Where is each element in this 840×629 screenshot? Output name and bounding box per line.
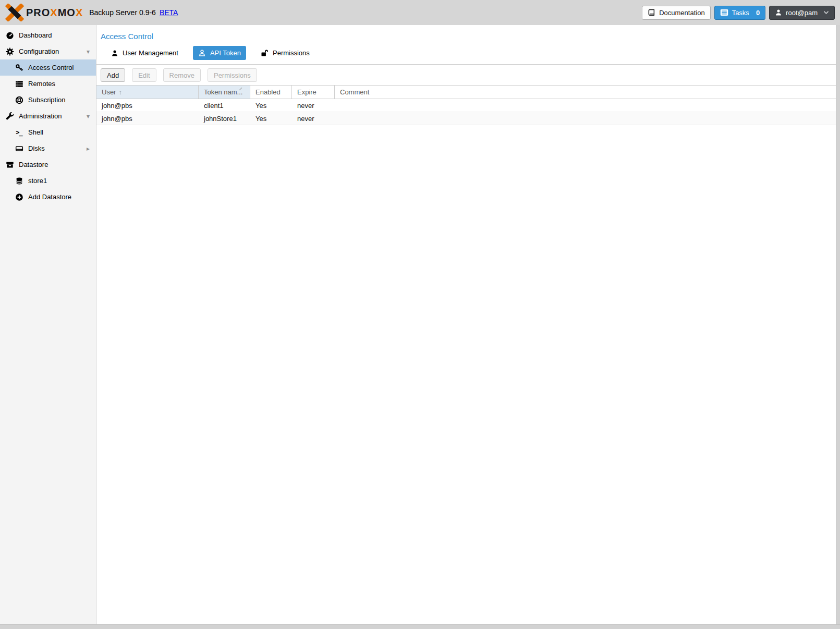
toolbar: Add Edit Remove Permissions [96,65,840,85]
tasks-count-badge: 0 [756,9,760,17]
sidebar-item-label: Configuration [19,47,59,55]
gears-icon [5,47,14,56]
chevron-down-icon: ▾ [87,113,90,120]
logo-segment: PRO [26,7,50,19]
subscription-icon [15,95,23,104]
task-list-icon [720,9,728,16]
logo-segment: X [76,7,83,19]
column-header-expire[interactable]: Expire [292,86,335,99]
chevron-right-icon: ▸ [87,145,90,152]
sidebar-item-access-control[interactable]: Access Control [0,59,96,76]
tab-permissions[interactable]: Permissions [255,46,315,60]
column-label: Token nam... [204,88,242,96]
cell-token-name: johnStore1 [199,115,250,123]
sidebar-item-label: Datastore [19,161,48,168]
sort-asc-icon: ↑ [118,88,122,96]
key-icon [15,63,23,72]
database-icon [15,176,23,185]
dashboard-icon [5,31,14,40]
column-label: User [102,88,116,96]
cell-enabled: Yes [250,102,292,110]
wrench-icon [5,112,14,120]
cell-user: john@pbs [96,102,199,110]
book-icon [648,9,655,17]
remove-button[interactable]: Remove [163,68,201,82]
sidebar-item-administration[interactable]: Administration ▾ [0,108,96,124]
sidebar-item-remotes[interactable]: Remotes [0,76,96,92]
tab-user-management[interactable]: User Management [106,46,184,60]
sidebar-item-configuration[interactable]: Configuration ▾ [0,43,96,59]
sidebar-item-dashboard[interactable]: Dashboard [0,27,96,43]
tab-api-token[interactable]: API Token [193,46,246,60]
sidebar: Dashboard Configuration ▾ [0,25,96,629]
chevron-down-icon [823,10,829,15]
terminal-icon: >_ [15,128,23,137]
column-header-enabled[interactable]: Enabled [250,86,292,99]
tab-label: API Token [210,49,241,57]
remotes-icon [15,79,23,88]
proxmox-logo[interactable]: PROXMOX [5,4,83,21]
cell-enabled: Yes [250,115,292,123]
cell-user: john@pbs [96,115,199,123]
cell-expire: never [292,115,335,123]
app-title: Backup Server 0.9-6 [89,8,156,17]
tab-label: Permissions [273,49,310,57]
table-row[interactable]: john@pbs johnStore1 Yes never [96,112,840,125]
permissions-button[interactable]: Permissions [208,68,257,82]
api-token-table: User ↑ Token nam... Enabled Expire Comme… [96,85,840,125]
beta-link[interactable]: BETA [160,8,178,17]
sidebar-item-label: Dashboard [19,31,52,39]
table-row[interactable]: john@pbs client1 Yes never [96,99,840,112]
plus-circle-icon [15,192,23,201]
vertical-scrollbar[interactable] [836,25,840,629]
column-label: Expire [297,88,316,96]
sidebar-item-label: Add Datastore [28,193,71,201]
user-icon [775,9,782,16]
tasks-label: Tasks [732,9,749,17]
documentation-label: Documentation [659,9,704,17]
user-outline-icon [198,49,206,57]
user-menu-button[interactable]: root@pam [769,6,835,20]
sidebar-item-label: Access Control [28,64,74,71]
sidebar-item-label: Remotes [28,80,55,88]
unlock-icon [261,49,269,57]
column-header-user[interactable]: User ↑ [96,86,199,99]
user-icon [111,50,118,57]
sidebar-item-datastore[interactable]: Datastore [0,156,96,173]
top-header: PROXMOX Backup Server 0.9-6 BETA Documen… [0,0,840,25]
cell-token-name: client1 [199,102,250,110]
page-title: Access Control [96,25,840,41]
archive-box-icon [5,160,14,169]
sidebar-item-subscription[interactable]: Subscription [0,92,96,108]
proxmox-logo-text: PROXMOX [26,7,83,19]
sidebar-item-label: Disks [28,144,45,152]
sidebar-item-shell[interactable]: >_ Shell [0,124,96,140]
column-header-token-name[interactable]: Token nam... [199,86,250,99]
tab-bar: User Management API Token [96,41,840,60]
sidebar-item-label: store1 [28,177,47,185]
edit-button[interactable]: Edit [132,68,156,82]
proxmox-x-icon [5,4,24,21]
column-label: Enabled [255,88,281,96]
user-menu-label: root@pam [786,9,818,17]
table-header-row: User ↑ Token nam... Enabled Expire Comme… [96,85,840,99]
sidebar-item-label: Administration [19,112,62,120]
sidebar-item-label: Shell [28,128,43,136]
documentation-button[interactable]: Documentation [642,6,710,20]
chevron-down-icon: ▾ [87,48,90,55]
horizontal-scrollbar[interactable] [0,624,840,629]
tasks-button[interactable]: Tasks 0 [714,6,765,20]
sidebar-item-add-datastore[interactable]: Add Datastore [0,189,96,205]
sidebar-item-store1[interactable]: store1 [0,173,96,189]
logo-segment: MO [58,7,76,19]
tab-label: User Management [123,49,178,57]
add-button[interactable]: Add [101,68,125,82]
header-actions: Documentation Tasks 0 root@pam [642,6,835,20]
sidebar-item-disks[interactable]: Disks ▸ [0,140,96,156]
column-header-comment[interactable]: Comment [335,86,840,99]
column-label: Comment [340,88,369,96]
disk-icon [15,144,23,153]
sidebar-item-label: Subscription [28,96,66,104]
cell-expire: never [292,102,335,110]
logo-segment: X [50,7,57,19]
